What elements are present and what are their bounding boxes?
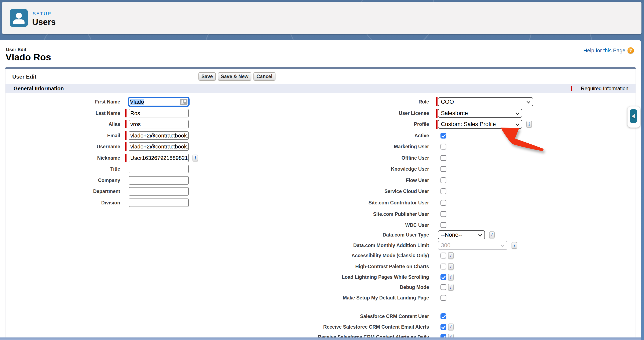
field-row-sitecom-publisher-user: Site.com Publisher User	[0, 209, 644, 219]
required-indicator	[571, 86, 572, 91]
profile-value: Custom: Sales Profile	[441, 121, 496, 128]
datacom-monthly-limit-value: 300	[441, 242, 450, 249]
sidebar-collapse-tab[interactable]	[628, 106, 640, 128]
sitecom-publisher-user-checkbox[interactable]	[440, 211, 446, 217]
crm-content-user-label: Salesforce CRM Content User	[0, 311, 429, 322]
load-lightning-pages-label: Load Lightning Pages While Scrolling	[0, 272, 429, 282]
field-row-crm-content-user: Salesforce CRM Content User	[0, 311, 644, 322]
save-and-new-button[interactable]: Save & New	[218, 72, 251, 81]
field-row-knowledge-user: Knowledge User	[0, 164, 644, 174]
wdc-user-checkbox[interactable]	[440, 222, 446, 228]
help-for-this-page[interactable]: Help for this Page ?	[583, 47, 634, 54]
profile-select[interactable]: Custom: Sales Profile	[438, 120, 522, 129]
record-type-label: User Edit	[6, 47, 26, 52]
field-row-crm-content-email-alerts: Receive Salesforce CRM Content Email Ale…	[0, 322, 644, 332]
sitecom-contributor-user-label: Site.com Contributor User	[0, 198, 429, 208]
dropdown-chevron-icon	[500, 244, 505, 247]
field-row-flow-user: Flow User	[0, 175, 644, 185]
field-row-role: RoleCOO	[0, 97, 644, 107]
general-information-title: General Information	[14, 86, 64, 92]
role-select[interactable]: COO	[438, 97, 533, 106]
field-row-sitecom-contributor-user: Site.com Contributor User	[0, 198, 644, 208]
field-row-service-cloud-user: Service Cloud User	[0, 186, 644, 196]
block-top-bar	[5, 67, 636, 69]
profile-label: Profile	[0, 119, 429, 129]
active-checkbox[interactable]	[440, 133, 446, 139]
active-label: Active	[0, 131, 429, 141]
crm-content-user-checkbox[interactable]	[440, 313, 446, 319]
field-row-wdc-user: WDC User	[0, 220, 644, 230]
wdc-user-label: WDC User	[0, 220, 429, 230]
field-row-user-license: User LicenseSalesforce	[0, 108, 644, 118]
field-row-offline-user: Offline User	[0, 153, 644, 163]
sitecom-contributor-user-checkbox[interactable]	[440, 200, 446, 206]
datacom-monthly-limit-label: Data.com Monthly Addition Limit	[0, 240, 429, 250]
user-license-select[interactable]: Salesforce	[438, 109, 522, 118]
flow-user-checkbox[interactable]	[440, 177, 446, 183]
page-title: Users	[32, 17, 56, 27]
role-label: Role	[0, 97, 429, 107]
info-icon[interactable]: i	[448, 252, 454, 259]
offline-user-checkbox[interactable]	[440, 155, 446, 161]
info-icon[interactable]: i	[448, 274, 454, 280]
setup-eyebrow: SETUP	[32, 11, 52, 16]
info-icon[interactable]: i	[489, 231, 495, 238]
high-contrast-palette-checkbox[interactable]	[440, 264, 446, 269]
marketing-user-label: Marketing User	[0, 142, 429, 152]
help-link[interactable]: Help for this Page	[583, 47, 626, 54]
bottom-strip	[0, 338, 641, 340]
marketing-user-checkbox[interactable]	[440, 144, 446, 150]
field-row-active: Active	[0, 131, 644, 141]
dropdown-chevron-icon	[515, 123, 520, 126]
datacom-user-type-label: Data.com User Type	[0, 230, 429, 240]
crm-content-email-alerts-label: Receive Salesforce CRM Content Email Ale…	[0, 322, 429, 332]
dropdown-chevron-icon	[526, 101, 530, 104]
required-indicator	[436, 109, 438, 118]
collapse-arrow-icon[interactable]	[630, 109, 637, 123]
crm-content-email-alerts-checkbox[interactable]	[440, 324, 446, 330]
debug-mode-checkbox[interactable]	[440, 284, 446, 290]
record-name: Vlado Ros	[6, 52, 51, 62]
user-icon	[10, 9, 28, 27]
info-icon[interactable]: i	[448, 324, 454, 330]
user-license-value: Salesforce	[441, 110, 468, 117]
field-row-make-setup-default: Make Setup My Default Landing Page	[0, 293, 644, 303]
dropdown-chevron-icon	[515, 112, 520, 115]
block-title: User Edit	[12, 73, 36, 80]
dropdown-chevron-icon	[478, 234, 482, 237]
field-row-high-contrast-palette: High-Contrast Palette on Chartsi	[0, 261, 644, 272]
salesforce-user-edit-page: SETUP Users User Edit Vlado Ros Help for…	[0, 0, 644, 340]
flow-user-label: Flow User	[0, 175, 429, 185]
info-icon[interactable]: i	[512, 242, 517, 249]
accessibility-mode-label: Accessibility Mode (Classic Only)	[0, 250, 429, 261]
setup-header-card: SETUP Users	[2, 2, 642, 34]
field-row-datacom-user-type: Data.com User Type--None--i	[0, 230, 644, 240]
info-icon[interactable]: i	[526, 121, 532, 128]
knowledge-user-checkbox[interactable]	[440, 166, 446, 172]
save-button[interactable]: Save	[198, 72, 216, 81]
field-row-marketing-user: Marketing User	[0, 142, 644, 152]
accessibility-mode-checkbox[interactable]	[440, 253, 446, 258]
debug-mode-label: Debug Mode	[0, 282, 429, 292]
required-legend: * = Required Information	[571, 86, 628, 91]
high-contrast-palette-label: High-Contrast Palette on Charts	[0, 261, 429, 272]
datacom-user-type-select[interactable]: --None--	[438, 230, 485, 239]
field-row-debug-mode: Debug Modei	[0, 282, 644, 292]
make-setup-default-label: Make Setup My Default Landing Page	[0, 293, 429, 303]
general-information-header: General Information * = Required Informa…	[6, 84, 636, 93]
cancel-button[interactable]: Cancel	[254, 72, 275, 81]
make-setup-default-checkbox[interactable]	[440, 295, 446, 301]
info-icon[interactable]: i	[448, 284, 454, 291]
required-indicator	[436, 120, 438, 129]
required-legend-text: = Required Information	[576, 86, 628, 91]
field-row-datacom-monthly-limit: Data.com Monthly Addition Limit300i	[0, 240, 644, 250]
datacom-monthly-limit-select: 300	[438, 241, 507, 250]
help-icon[interactable]: ?	[628, 47, 634, 54]
info-icon[interactable]: i	[448, 263, 454, 270]
service-cloud-user-checkbox[interactable]	[440, 188, 446, 194]
knowledge-user-label: Knowledge User	[0, 164, 429, 174]
load-lightning-pages-checkbox[interactable]	[440, 274, 446, 280]
field-row-accessibility-mode: Accessibility Mode (Classic Only)i	[0, 250, 644, 261]
user-license-label: User License	[0, 108, 429, 118]
service-cloud-user-label: Service Cloud User	[0, 186, 429, 196]
